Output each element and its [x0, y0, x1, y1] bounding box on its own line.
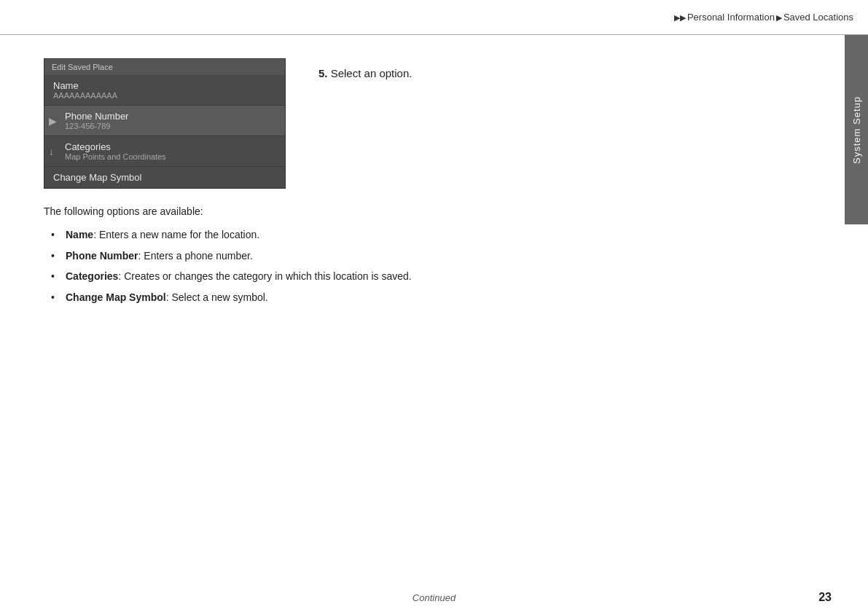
menu-item-change-map[interactable]: Change Map Symbol: [44, 167, 285, 188]
bullet-term-categories: Categories: [66, 270, 118, 282]
bullet-desc-phone: : Enters a phone number.: [138, 250, 253, 262]
bullet-term-phone: Phone Number: [66, 250, 138, 262]
menu-item-phone[interactable]: ▶ Phone Number 123-456-789: [44, 106, 285, 136]
intro-text: The following options are available:: [44, 203, 832, 219]
bullet-desc-name: : Enters a new name for the location.: [93, 229, 259, 240]
bullet-desc-categories: : Creates or changes the category in whi…: [118, 270, 411, 282]
breadcrumb-arrow1: ▶▶: [674, 13, 686, 23]
ui-titlebar: Edit Saved Place: [44, 59, 285, 75]
menu-item-phone-label: Phone Number: [65, 111, 276, 122]
bullet-item-categories: Categories: Creates or changes the categ…: [51, 268, 832, 284]
menu-item-categories-label: Categories: [65, 141, 276, 152]
bullet-list: Name: Enters a new name for the location…: [44, 227, 832, 305]
menu-item-name-label: Name: [53, 80, 276, 91]
breadcrumb-bar: ▶▶Personal Information▶Saved Locations: [0, 0, 868, 35]
instruction-side: 5. Select an option.: [318, 51, 412, 79]
content-description: The following options are available: Nam…: [44, 203, 832, 305]
footer-page-number: 23: [818, 591, 832, 604]
bullet-item-phone: Phone Number: Enters a phone number.: [51, 248, 832, 264]
step-number: 5.: [318, 67, 331, 79]
bullet-item-change-map: Change Map Symbol: Select a new symbol.: [51, 289, 832, 305]
menu-item-categories-arrow-icon: ↓: [49, 146, 54, 157]
menu-item-name-sub: AAAAAAAAAAAA: [53, 91, 276, 100]
bullet-desc-change-map: : Select a new symbol.: [166, 291, 268, 303]
ui-screenshot: Edit Saved Place Name AAAAAAAAAAAA ▶ Pho…: [44, 58, 286, 189]
menu-item-categories[interactable]: ↓ Categories Map Points and Coordinates: [44, 136, 285, 167]
footer-continued: Continued: [413, 592, 455, 603]
menu-item-phone-sub: 123-456-789: [65, 122, 276, 130]
bullet-item-name: Name: Enters a new name for the location…: [51, 227, 832, 243]
bullet-term-change-map: Change Map Symbol: [66, 291, 166, 303]
breadcrumb-section2: Saved Locations: [783, 12, 853, 23]
menu-item-phone-arrow-icon: ▶: [49, 115, 57, 127]
menu-item-categories-sub: Map Points and Coordinates: [65, 152, 276, 161]
instruction-text: 5. Select an option.: [318, 67, 412, 79]
main-content: Edit Saved Place Name AAAAAAAAAAAA ▶ Pho…: [44, 44, 832, 310]
breadcrumb-text: ▶▶Personal Information▶Saved Locations: [673, 12, 853, 23]
instruction-area: Edit Saved Place Name AAAAAAAAAAAA ▶ Pho…: [44, 51, 832, 189]
breadcrumb-section1: Personal Information: [687, 12, 775, 23]
menu-item-name[interactable]: Name AAAAAAAAAAAA: [44, 75, 285, 106]
bullet-term-name: Name: [66, 229, 93, 240]
menu-item-change-map-label: Change Map Symbol: [53, 172, 276, 183]
breadcrumb-arrow2: ▶: [776, 13, 782, 23]
side-tab-label: System Setup: [851, 96, 862, 164]
side-tab: System Setup: [845, 35, 868, 224]
step-text: Select an option.: [331, 67, 413, 79]
